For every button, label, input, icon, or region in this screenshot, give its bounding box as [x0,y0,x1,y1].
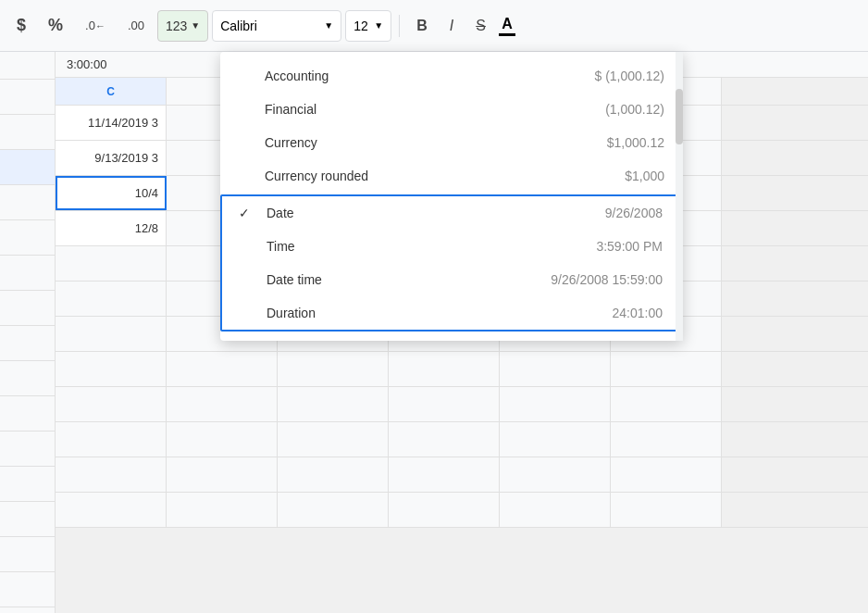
cell-c9[interactable] [56,387,167,421]
toolbar-divider-1 [399,15,400,37]
menu-item-currency-rounded-value: $1,000 [625,169,664,183]
row-header-5 [0,220,55,256]
menu-item-currency[interactable]: Currency $1,000.12 [220,126,683,159]
format-label: 123 [166,19,187,33]
dropdown-scrollbar[interactable] [676,52,683,341]
decimal-increase-button[interactable]: .00 [118,9,154,43]
data-row-12 [56,493,868,528]
selected-section: ✓ Date 9/26/2008 Time 3:59:00 PM Date ti… [220,194,683,332]
font-color-button[interactable]: A [499,16,515,36]
cell-f8[interactable] [389,352,500,386]
cell-e12[interactable] [278,493,389,527]
row-header-12 [0,467,55,502]
format-dropdown-overlay: Accounting $ (1,000.12) Financial (1,000… [220,52,683,341]
row-header-3 [0,150,55,185]
data-row-11 [56,457,868,493]
menu-item-accounting-value: $ (1,000.12) [595,69,665,83]
cell-f10[interactable] [389,422,500,457]
currency-button[interactable]: $ [7,9,35,43]
menu-item-date-value: 9/26/2008 [605,206,663,220]
italic-button[interactable]: I [440,9,463,43]
menu-item-time-label: Time [267,239,559,254]
row-headers [0,52,56,613]
row-header-7 [0,291,55,326]
cell-f12[interactable] [389,493,500,527]
font-color-underline [499,33,515,36]
cell-c4[interactable]: 12/8 [56,211,167,245]
cell-e11[interactable] [278,457,389,492]
cell-c10[interactable] [56,422,167,457]
cell-e10[interactable] [278,422,389,457]
menu-item-currency-rounded-label: Currency rounded [265,169,588,183]
cell-g11[interactable] [500,457,611,492]
menu-item-duration[interactable]: Duration 24:01:00 [222,296,681,330]
corner-cell [0,52,55,80]
menu-item-date[interactable]: ✓ Date 9/26/2008 [222,196,681,230]
decimal-decrease-button[interactable]: .0← [76,9,115,43]
cell-d12[interactable] [167,493,278,527]
menu-item-time[interactable]: Time 3:59:00 PM [222,230,681,263]
menu-item-financial-label: Financial [265,102,568,117]
cell-h9[interactable] [611,387,722,421]
cell-g12[interactable] [500,493,611,527]
cell-d9[interactable] [167,387,278,421]
row-header-9 [0,361,55,396]
scrollbar-thumb[interactable] [676,89,683,144]
cell-g9[interactable] [500,387,611,421]
cell-c11[interactable] [56,457,167,492]
format-dropdown-menu: Accounting $ (1,000.12) Financial (1,000… [220,52,683,341]
cell-h8[interactable] [611,352,722,386]
row-header-2 [0,115,55,150]
cell-c8[interactable] [56,352,167,386]
percent-button[interactable]: % [39,9,72,43]
menu-item-financial[interactable]: Financial (1,000.12) [220,93,683,126]
row-header-14 [0,537,55,572]
row-header-13 [0,502,55,537]
cell-e8[interactable] [278,352,389,386]
toolbar: $ % .0← .00 123 ▼ Calibri ▼ 12 ▼ B I S A [0,0,868,52]
row-header-15 [0,572,55,607]
cell-h12[interactable] [611,493,722,527]
cell-c6[interactable] [56,281,167,316]
cell-h11[interactable] [611,457,722,492]
font-size-select[interactable]: 12 ▼ [345,10,391,42]
cell-f11[interactable] [389,457,500,492]
cell-g10[interactable] [500,422,611,457]
format-dropdown-button[interactable]: 123 ▼ [157,10,208,42]
menu-item-datetime-label: Date time [267,272,514,287]
font-color-label: A [502,16,513,32]
cell-d8[interactable] [167,352,278,386]
cell-e9[interactable] [278,387,389,421]
menu-item-duration-value: 24:01:00 [613,306,663,320]
row-header-11 [0,432,55,467]
bold-button[interactable]: B [407,9,437,43]
cell-c1[interactable]: 11/14/2019 3 [56,106,167,140]
menu-item-duration-label: Duration [267,306,576,320]
row-header-1 [0,80,55,115]
cell-reference: 3:00:00 [67,57,106,71]
cell-d11[interactable] [167,457,278,492]
col-header-c: C [56,78,167,105]
font-family-label: Calibri [220,19,257,33]
row-header-8 [0,326,55,361]
cell-g8[interactable] [500,352,611,386]
data-row-8 [56,352,868,387]
check-icon: ✓ [239,206,250,220]
row-header-16 [0,607,55,613]
font-family-select[interactable]: Calibri ▼ [212,10,341,42]
cell-d10[interactable] [167,422,278,457]
strikethrough-button[interactable]: S [466,9,495,43]
cell-c2[interactable]: 9/13/2019 3 [56,141,167,175]
cell-h10[interactable] [611,422,722,457]
menu-item-accounting[interactable]: Accounting $ (1,000.12) [220,59,683,93]
cell-f9[interactable] [389,387,500,421]
cell-c12[interactable] [56,493,167,527]
menu-item-date-label: Date [267,206,568,220]
cell-c5[interactable] [56,246,167,281]
menu-item-datetime[interactable]: Date time 9/26/2008 15:59:00 [222,263,681,296]
cell-c7[interactable] [56,317,167,351]
cell-c3[interactable]: 10/4 [56,176,167,210]
menu-item-datetime-value: 9/26/2008 15:59:00 [551,272,663,287]
menu-item-time-value: 3:59:00 PM [596,239,663,254]
menu-item-currency-rounded[interactable]: Currency rounded $1,000 [220,159,683,193]
